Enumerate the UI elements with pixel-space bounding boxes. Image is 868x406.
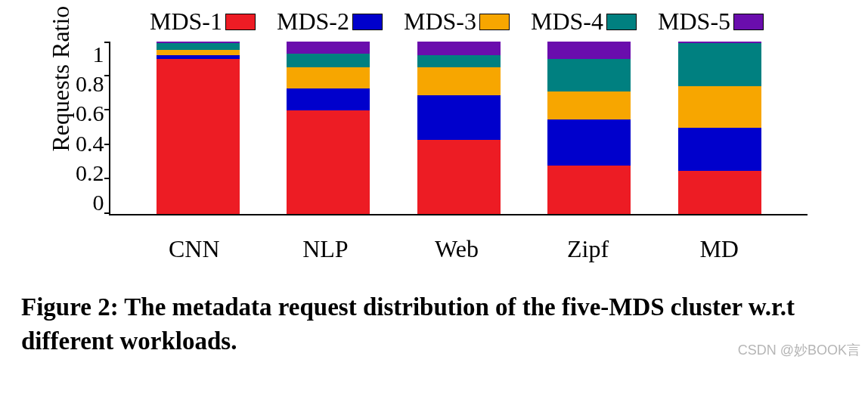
- bar-segment-mds-3: [417, 67, 501, 95]
- bar-segment-mds-1: [287, 110, 370, 214]
- chart-area: Requests Ratio 1 0.8 0.6 0.4 0.2 0: [45, 42, 853, 231]
- bar-segment-mds-1: [157, 59, 240, 214]
- y-tick-mark: [104, 109, 110, 110]
- bar-segment-mds-4: [417, 55, 501, 67]
- figure-caption: Figure 2: The metadata request distribut…: [15, 290, 853, 358]
- bar-segment-mds-4: [287, 54, 370, 67]
- bar-column: [157, 42, 240, 214]
- y-tick-label: 1: [93, 42, 104, 67]
- bar-segment-mds-5: [547, 42, 631, 59]
- x-tick-label: NLP: [284, 235, 367, 263]
- bar-segment-mds-2: [547, 119, 631, 166]
- legend-item: MDS-5: [658, 8, 764, 36]
- bar-segment-mds-3: [287, 67, 370, 88]
- x-axis: CNNNLPWebZipfMD: [76, 231, 808, 263]
- legend-item: MDS-3: [404, 8, 510, 36]
- legend-item: MDS-4: [531, 8, 637, 36]
- legend-item: MDS-2: [277, 8, 383, 36]
- bar-segment-mds-4: [157, 43, 240, 50]
- bar-segment-mds-3: [157, 50, 240, 55]
- bar-segment-mds-1: [547, 166, 631, 214]
- bar-column: [547, 42, 631, 214]
- y-tick-mark: [104, 75, 110, 76]
- legend-item: MDS-1: [150, 8, 256, 36]
- y-tick-label: 0.4: [76, 131, 104, 157]
- legend-label: MDS-2: [277, 8, 349, 36]
- legend-label: MDS-3: [404, 8, 476, 36]
- legend-label: MDS-5: [658, 8, 730, 36]
- x-tick-label: CNN: [153, 235, 236, 263]
- bars-container: [110, 42, 808, 214]
- y-tick-label: 0.8: [76, 71, 104, 97]
- x-axis-labels: CNNNLPWebZipfMD: [106, 235, 808, 263]
- bar-column: [287, 42, 370, 214]
- y-tick-mark: [104, 42, 110, 43]
- y-axis-ticks: 1 0.8 0.6 0.4 0.2 0: [76, 42, 109, 215]
- watermark: CSDN @妙BOOK言: [738, 341, 860, 359]
- y-axis-label: Requests Ratio: [47, 121, 75, 151]
- spacer: [76, 231, 106, 263]
- y-tick-label: 0.6: [76, 101, 104, 126]
- y-axis-label-wrap: Requests Ratio: [45, 42, 76, 231]
- bar-column: [417, 42, 501, 214]
- bar-segment-mds-5: [287, 42, 370, 54]
- plot-area: [109, 42, 808, 215]
- bar-column: [678, 42, 761, 214]
- legend-swatch-mds1: [225, 14, 256, 30]
- bar-segment-mds-5: [417, 42, 501, 55]
- y-tick-mark: [104, 178, 110, 179]
- y-tick-label: 0: [93, 190, 104, 215]
- bar-segment-mds-2: [417, 95, 501, 140]
- bar-segment-mds-4: [678, 43, 761, 86]
- y-tick-label: 0.2: [76, 160, 104, 186]
- bar-segment-mds-4: [547, 59, 631, 91]
- x-tick-label: MD: [677, 235, 761, 263]
- legend-swatch-mds2: [352, 14, 383, 30]
- y-tick-mark: [104, 144, 110, 145]
- bar-segment-mds-2: [287, 88, 370, 111]
- x-tick-label: Zipf: [547, 235, 630, 263]
- chart-legend: MDS-1 MDS-2 MDS-3 MDS-4 MDS-5: [60, 8, 853, 36]
- legend-swatch-mds5: [733, 14, 764, 30]
- bar-segment-mds-3: [547, 91, 631, 119]
- bar-segment-mds-1: [678, 171, 761, 214]
- legend-swatch-mds4: [606, 14, 637, 30]
- legend-label: MDS-4: [531, 8, 603, 36]
- bar-segment-mds-2: [678, 128, 761, 171]
- y-tick-mark: [104, 212, 110, 214]
- x-tick-label: Web: [415, 235, 498, 263]
- bar-segment-mds-3: [678, 86, 761, 128]
- legend-swatch-mds3: [479, 14, 510, 30]
- figure: MDS-1 MDS-2 MDS-3 MDS-4 MDS-5 Requests R…: [0, 0, 868, 358]
- bar-segment-mds-1: [417, 140, 501, 214]
- legend-label: MDS-1: [150, 8, 222, 36]
